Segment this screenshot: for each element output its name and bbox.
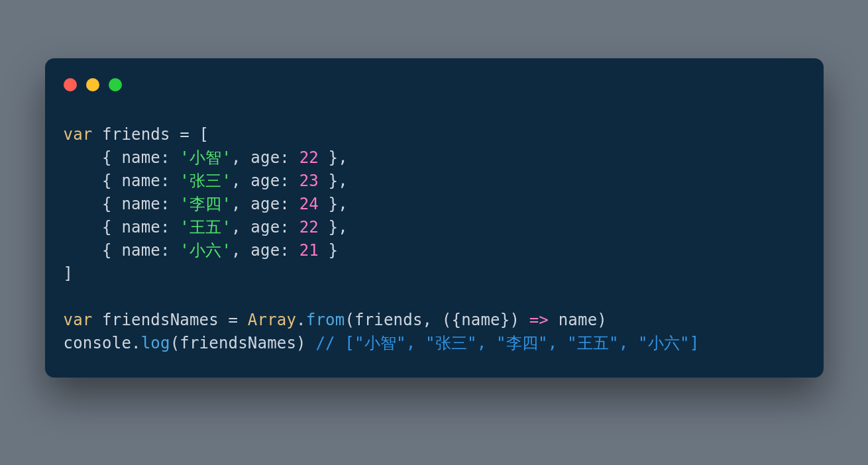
punctuation: ,	[231, 172, 250, 190]
property-key: age	[250, 172, 280, 190]
property-key: name	[121, 241, 160, 260]
identifier: friends	[102, 125, 170, 144]
punctuation: ]	[64, 264, 74, 283]
number-literal: 22	[299, 148, 319, 167]
punctuation: },	[319, 218, 348, 236]
punctuation: .	[296, 311, 306, 329]
punctuation: = [	[170, 125, 209, 144]
code-text	[92, 125, 102, 144]
punctuation: :	[280, 241, 299, 260]
number-literal: 21	[299, 241, 319, 260]
console-object: console	[64, 334, 132, 352]
punctuation: ,	[231, 195, 250, 213]
punctuation: }	[319, 241, 338, 260]
punctuation: ,	[231, 148, 250, 167]
minimize-icon	[86, 78, 99, 91]
punctuation: :	[160, 218, 180, 236]
punctuation: :	[280, 172, 299, 190]
close-icon	[64, 78, 77, 91]
string-literal: '李四'	[180, 195, 231, 213]
punctuation: :	[280, 195, 299, 213]
identifier: friendsNames	[102, 311, 219, 329]
property-key: name	[121, 195, 160, 213]
punctuation: {	[102, 148, 121, 167]
indent	[64, 218, 103, 236]
punctuation: {	[102, 241, 121, 260]
string-literal: '王五'	[180, 218, 231, 236]
punctuation: .	[131, 334, 141, 352]
number-literal: 23	[299, 172, 319, 190]
property-key: age	[250, 218, 280, 236]
property-key: name	[121, 148, 160, 167]
indent	[64, 172, 103, 190]
class-name: Array	[248, 311, 296, 329]
punctuation: :	[160, 172, 180, 190]
punctuation: ,	[231, 218, 250, 236]
punctuation: {	[102, 172, 121, 190]
maximize-icon	[109, 78, 122, 91]
property-key: name	[121, 218, 160, 236]
punctuation: =	[219, 311, 248, 329]
punctuation: ,	[231, 241, 250, 260]
punctuation: :	[160, 241, 180, 260]
code-window: var friends = [ { name: '小智', age: 22 },…	[45, 58, 824, 378]
keyword-var: var	[64, 311, 93, 329]
punctuation: :	[280, 148, 299, 167]
method-name: log	[141, 334, 170, 352]
code-block: var friends = [ { name: '小智', age: 22 },…	[64, 123, 805, 355]
method-name: from	[306, 311, 345, 329]
punctuation: name)	[549, 311, 607, 329]
punctuation: {	[102, 218, 121, 236]
punctuation: (friendsNames)	[170, 334, 316, 352]
punctuation: (friends, ({name})	[345, 311, 529, 329]
string-literal: '张三'	[180, 172, 231, 190]
comment: // ["小智", "张三", "李四", "王五", "小六"]	[315, 334, 699, 352]
property-key: name	[121, 172, 160, 190]
property-key: age	[250, 195, 280, 213]
string-literal: '小智'	[180, 148, 231, 167]
number-literal: 24	[299, 195, 319, 213]
indent	[64, 148, 103, 167]
indent	[64, 195, 103, 213]
string-literal: '小六'	[180, 241, 231, 260]
keyword-var: var	[64, 125, 93, 144]
punctuation: },	[319, 148, 348, 167]
property-key: age	[250, 148, 280, 167]
window-traffic-lights	[64, 78, 805, 91]
punctuation: :	[160, 195, 180, 213]
punctuation: {	[102, 195, 121, 213]
punctuation: },	[319, 172, 348, 190]
arrow-operator: =>	[529, 311, 549, 329]
indent	[64, 241, 103, 260]
punctuation: :	[160, 148, 180, 167]
number-literal: 22	[299, 218, 319, 236]
punctuation: },	[319, 195, 348, 213]
punctuation: :	[280, 218, 299, 236]
property-key: age	[250, 241, 280, 260]
code-text	[92, 311, 102, 329]
